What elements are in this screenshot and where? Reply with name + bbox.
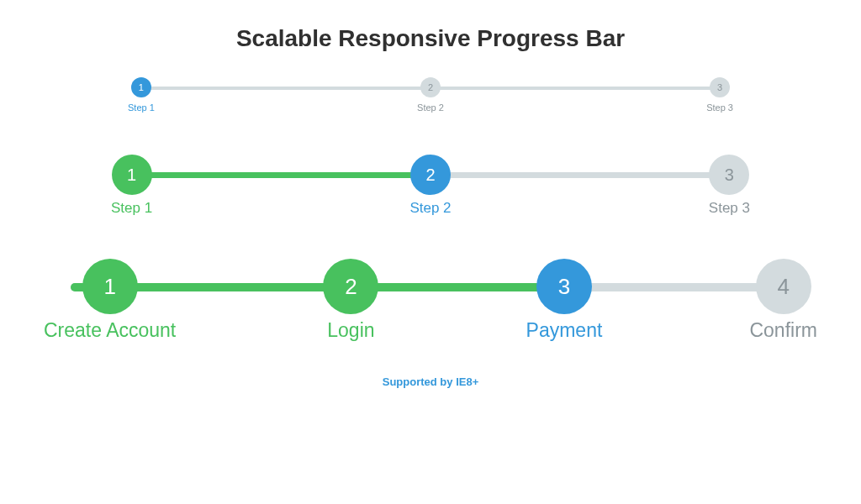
step-label: Payment — [526, 319, 603, 342]
step-label: Login — [323, 319, 378, 342]
step-2[interactable]: 2 Step 2 — [409, 155, 451, 217]
step-payment[interactable]: 3 Payment — [526, 259, 603, 342]
progress-bar-medium: 1 Step 1 2 Step 2 3 Step 3 — [111, 155, 750, 217]
step-login[interactable]: 2 Login — [323, 259, 378, 342]
step-label: Confirm — [749, 319, 817, 342]
step-3[interactable]: 3 Step 3 — [706, 77, 733, 113]
step-label: Step 3 — [709, 200, 750, 217]
step-1[interactable]: 1 Step 1 — [111, 155, 152, 217]
page-title: Scalable Responsive Progress Bar — [34, 25, 827, 52]
step-label: Step 2 — [417, 102, 444, 113]
step-create-account[interactable]: 1 Create Account — [44, 259, 176, 342]
footer-note: Supported by IE8+ — [34, 375, 827, 388]
step-label: Step 1 — [111, 200, 152, 217]
step-1[interactable]: 1 Step 1 — [128, 77, 155, 113]
step-number-circle: 2 — [410, 155, 451, 195]
step-number-circle: 2 — [323, 259, 378, 314]
step-label: Create Account — [44, 319, 176, 342]
step-3[interactable]: 3 Step 3 — [709, 155, 750, 217]
step-number-circle: 3 — [709, 155, 749, 195]
step-number-circle: 2 — [420, 77, 441, 97]
step-number-circle: 3 — [536, 259, 592, 314]
step-label: Step 3 — [706, 102, 733, 113]
step-number-circle: 1 — [112, 155, 152, 195]
progress-bar-large: 1 Create Account 2 Login 3 Payment 4 Con… — [44, 259, 817, 342]
step-number-circle: 4 — [756, 259, 811, 314]
step-number-circle: 1 — [131, 77, 151, 97]
step-number-circle: 1 — [82, 259, 138, 314]
step-number-circle: 3 — [710, 77, 730, 97]
step-confirm[interactable]: 4 Confirm — [749, 259, 817, 342]
page-root: Scalable Responsive Progress Bar 1 Step … — [0, 0, 861, 388]
step-label: Step 2 — [409, 200, 451, 217]
progress-bar-small: 1 Step 1 2 Step 2 3 Step 3 — [128, 77, 733, 113]
step-label: Step 1 — [128, 102, 155, 113]
step-2[interactable]: 2 Step 2 — [417, 77, 444, 113]
